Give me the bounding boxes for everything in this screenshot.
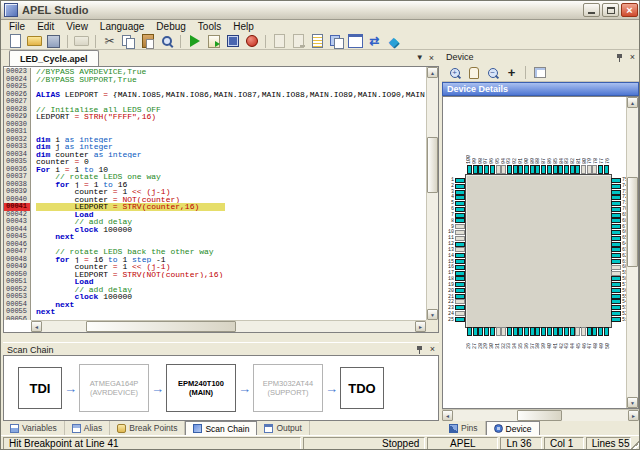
- code-line[interactable]: 00047 // rotate LEDS back the other way: [4, 248, 426, 256]
- chip-pin-52[interactable]: [611, 311, 621, 316]
- chip-pin-25[interactable]: [455, 317, 465, 322]
- open-file-icon[interactable]: [26, 34, 43, 49]
- chip-pin-61[interactable]: [611, 259, 621, 264]
- code-line[interactable]: 00042 Load: [4, 211, 426, 219]
- device-view[interactable]: 1009998979695949392919089888786858483828…: [442, 96, 639, 409]
- chip-pin-55[interactable]: [611, 294, 621, 299]
- close-panel-icon[interactable]: ×: [430, 345, 435, 354]
- code-line[interactable]: 00045 next: [4, 233, 426, 241]
- chip-pin-46[interactable]: [581, 327, 586, 336]
- chip-pin-63[interactable]: [611, 247, 621, 252]
- chip-pin-57[interactable]: [611, 282, 621, 287]
- chip-pin-72[interactable]: [611, 195, 621, 200]
- chip-pin-15[interactable]: [455, 259, 465, 264]
- chip-pin-60[interactable]: [611, 265, 621, 270]
- chip-pin-76[interactable]: [604, 165, 609, 174]
- chip-pin-41[interactable]: [553, 327, 558, 336]
- chip-pin-40[interactable]: [547, 327, 552, 336]
- chip-pin-67[interactable]: [611, 224, 621, 229]
- menu-file[interactable]: File: [5, 21, 33, 32]
- chip-pin-64[interactable]: [611, 242, 621, 247]
- chip-pin-100[interactable]: [467, 165, 472, 174]
- code-line[interactable]: 00030: [4, 121, 426, 129]
- find-icon[interactable]: [158, 34, 175, 49]
- code-line[interactable]: 00036For i = 1 to 10: [4, 166, 426, 174]
- editor-horizontal-scrollbar[interactable]: ◄ ►: [31, 320, 426, 332]
- zoom-in-icon[interactable]: [446, 65, 463, 80]
- code-line[interactable]: 00040 counter = NOT(counter): [4, 196, 426, 204]
- menu-view[interactable]: View: [62, 21, 96, 32]
- chip-pin-80[interactable]: [581, 165, 586, 174]
- chip-pin-81[interactable]: [575, 165, 580, 174]
- chip-pin-4[interactable]: [455, 195, 465, 200]
- chip-pin-48[interactable]: [592, 327, 597, 336]
- scroll-right-button[interactable]: ►: [628, 410, 639, 421]
- zoom-out-icon[interactable]: [484, 65, 501, 80]
- code-line[interactable]: 00023//BYPASS AVRDEVICE,True: [4, 68, 426, 76]
- code-line[interactable]: 00033dim j as integer: [4, 143, 426, 151]
- chip-pin-93[interactable]: [507, 165, 512, 174]
- chip-pin-85[interactable]: [553, 165, 558, 174]
- code-editor[interactable]: 00023//BYPASS AVRDEVICE,True00024//BYPAS…: [3, 66, 439, 333]
- chip-pin-20[interactable]: [455, 288, 465, 293]
- stop-icon[interactable]: [243, 34, 260, 49]
- chip-pin-3[interactable]: [455, 190, 465, 195]
- chip-pin-32[interactable]: [501, 327, 506, 336]
- device-vertical-scrollbar[interactable]: ▲ ▼: [626, 97, 638, 408]
- chip-pin-16[interactable]: [455, 265, 465, 270]
- add-icon[interactable]: [503, 65, 520, 80]
- chip-pin-56[interactable]: [611, 288, 621, 293]
- new-file-icon[interactable]: [7, 34, 24, 49]
- remove-document-icon[interactable]: [290, 34, 307, 49]
- menu-help[interactable]: Help: [229, 21, 262, 32]
- chip-pin-78[interactable]: [592, 165, 597, 174]
- chip-pin-8[interactable]: [455, 218, 465, 223]
- scan-chain-node-tdo[interactable]: TDO: [340, 367, 384, 409]
- chip-pin-31[interactable]: [496, 327, 501, 336]
- device-programmer-icon[interactable]: [385, 34, 402, 49]
- chip-pin-47[interactable]: [587, 327, 592, 336]
- step-icon[interactable]: [205, 34, 222, 49]
- new-window-icon[interactable]: [347, 34, 364, 49]
- code-line[interactable]: 00050 LEDPORT = STRV(NOT(counter),16): [4, 271, 426, 279]
- chip-pin-96[interactable]: [490, 165, 495, 174]
- copy-icon[interactable]: [120, 34, 137, 49]
- device-horizontal-scrollbar[interactable]: ◄ ►: [442, 409, 639, 421]
- code-line[interactable]: 00035counter = 0: [4, 158, 426, 166]
- chip-pin-30[interactable]: [490, 327, 495, 336]
- code-line[interactable]: 00055next: [4, 308, 426, 316]
- print-icon[interactable]: [73, 34, 90, 49]
- chip-pin-22[interactable]: [455, 299, 465, 304]
- chip-pin-1[interactable]: [455, 178, 465, 183]
- tab-close-icon[interactable]: ×: [429, 53, 434, 63]
- chip-pin-19[interactable]: [455, 282, 465, 287]
- code-line[interactable]: 00049 counter = 1 << (j-1): [4, 263, 426, 271]
- chip-pin-44[interactable]: [570, 327, 575, 336]
- scan-chain-node-tdi[interactable]: TDI: [18, 367, 62, 409]
- chip-pin-5[interactable]: [455, 201, 465, 206]
- scan-chain-node-epm3032at44[interactable]: EPM3032AT44(SUPPORT): [253, 364, 323, 412]
- chip-pin-18[interactable]: [455, 276, 465, 281]
- chip-pin-89[interactable]: [530, 165, 535, 174]
- chip-pin-14[interactable]: [455, 253, 465, 258]
- chip-pin-11[interactable]: [455, 236, 465, 241]
- chip-pin-29[interactable]: [484, 327, 489, 336]
- scroll-left-button[interactable]: ◄: [442, 410, 453, 421]
- run-icon[interactable]: [186, 34, 203, 49]
- code-line[interactable]: 00032dim i as integer: [4, 136, 426, 144]
- code-line[interactable]: 00034dim counter as integer: [4, 151, 426, 159]
- tab-breakpoints[interactable]: Break Points: [110, 421, 185, 435]
- maximize-button[interactable]: [602, 3, 619, 17]
- chip-pin-86[interactable]: [547, 165, 552, 174]
- chip-pin-23[interactable]: [455, 305, 465, 310]
- chip-pin-73[interactable]: [611, 190, 621, 195]
- chip-pin-12[interactable]: [455, 242, 465, 247]
- code-line[interactable]: 00038 for j = 1 to 16: [4, 181, 426, 189]
- horizontal-scroll-thumb[interactable]: [86, 321, 236, 332]
- scan-chain-node-epm240t100[interactable]: EPM240T100(MAIN): [166, 364, 236, 412]
- minimize-button[interactable]: [583, 3, 600, 17]
- line-number[interactable]: 00056: [4, 316, 31, 321]
- close-button[interactable]: [621, 3, 638, 17]
- chip-pin-42[interactable]: [558, 327, 563, 336]
- chip-pin-13[interactable]: [455, 247, 465, 252]
